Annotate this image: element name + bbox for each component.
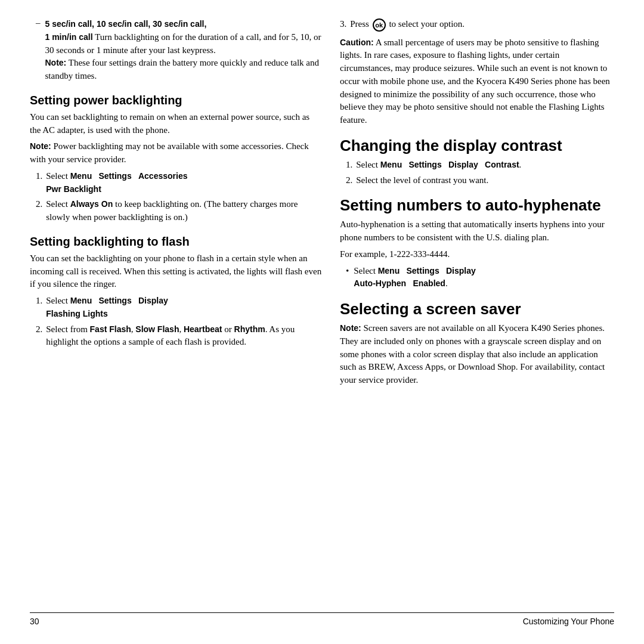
contrast-step-1: 1. Select Menu Settings Display Contrast… (346, 159, 614, 172)
section-contrast-heading: Changing the display contrast (340, 137, 614, 155)
power-backlighting-body: You can set backlighting to remain on wh… (30, 111, 322, 137)
contrast-step-num-1: 1. (346, 159, 352, 172)
contrast-step-num-2: 2. (346, 174, 352, 187)
page: – 5 sec/in call, 10 sec/in call, 30 sec/… (0, 0, 644, 644)
autohyphen-body2: For example, 1-222-333-4444. (340, 248, 614, 261)
flash-step-num-2: 2. (36, 323, 42, 349)
autohyphen-bullet: • Select Menu Settings DisplayAuto-Hyphe… (346, 265, 614, 291)
page-footer: 30 Customizing Your Phone (30, 612, 614, 626)
contrast-step-2-text: Select the level of contrast you want. (356, 174, 488, 187)
flash-steps: 1. Select Menu Settings DisplayFlashing … (36, 295, 322, 349)
note-label-3: Note: (340, 323, 361, 333)
power-backlighting-note: Note: Power backlighting may not be avai… (30, 140, 322, 166)
flash-step-3: 3. Press ok to select your option. (340, 18, 614, 32)
bullet-dot: • (346, 265, 349, 291)
caution-text: Caution: A small percentage of users may… (340, 36, 614, 127)
flash-step-num-1: 1. (36, 295, 42, 321)
note-label-1: Note: (45, 58, 67, 67)
page-number: 30 (30, 617, 39, 626)
step-1-text: Select Menu Settings Accessories Pwr Bac… (46, 170, 192, 196)
power-step-2: 2. Select Always On to keep backlighting… (36, 198, 322, 224)
intro-bullet: – 5 sec/in call, 10 sec/in call, 30 sec/… (30, 18, 322, 83)
left-column: – 5 sec/in call, 10 sec/in call, 30 sec/… (30, 18, 322, 606)
flash-step-num-3: 3. (340, 18, 346, 32)
autohyphen-body1: Auto-hyphenation is a setting that autom… (340, 218, 614, 244)
flash-step-2: 2. Select from Fast Flash, Slow Flash, H… (36, 323, 322, 349)
footer-label: Customizing Your Phone (523, 617, 614, 626)
power-step-1: 1. Select Menu Settings Accessories Pwr … (36, 170, 322, 196)
section-autohyphen-heading: Setting numbers to auto-hyphenate (340, 196, 614, 215)
bullet-dash: – (36, 18, 41, 83)
step-2-text: Select Always On to keep backlighting on… (46, 198, 322, 224)
screensaver-body: Note: Screen savers are not available on… (340, 322, 614, 387)
step-num-1: 1. (36, 170, 42, 196)
intro-bullet-text: 5 sec/in call, 10 sec/in call, 30 sec/in… (45, 18, 323, 83)
content-area: – 5 sec/in call, 10 sec/in call, 30 sec/… (30, 18, 614, 606)
section-flash-heading: Setting backlighting to flash (30, 235, 322, 249)
contrast-step-2: 2. Select the level of contrast you want… (346, 174, 614, 187)
ok-button-icon: ok (373, 18, 386, 32)
flash-body: You can set the backlighting on your pho… (30, 252, 322, 291)
power-backlighting-steps: 1. Select Menu Settings Accessories Pwr … (36, 170, 322, 224)
caution-label: Caution: (340, 38, 374, 47)
section-screensaver-heading: Selecting a screen saver (340, 300, 614, 318)
note-label-2: Note: (30, 141, 51, 151)
step-num-2: 2. (36, 198, 42, 224)
contrast-steps: 1. Select Menu Settings Display Contrast… (346, 159, 614, 187)
right-column: 3. Press ok to select your option. Cauti… (340, 18, 614, 606)
flash-step-2-text: Select from Fast Flash, Slow Flash, Hear… (46, 323, 322, 349)
section-power-backlighting-heading: Setting power backlighting (30, 94, 322, 107)
autohyphen-bullet-text: Select Menu Settings DisplayAuto-Hyphen … (354, 265, 476, 291)
flash-step-1-text: Select Menu Settings DisplayFlashing Lig… (46, 295, 168, 321)
flash-step-1: 1. Select Menu Settings DisplayFlashing … (36, 295, 322, 321)
contrast-step-1-text: Select Menu Settings Display Contrast. (356, 159, 521, 172)
time-options: 5 sec/in call, 10 sec/in call, 30 sec/in… (45, 19, 207, 42)
flash-step-3-text: Press ok to select your option. (350, 18, 465, 32)
